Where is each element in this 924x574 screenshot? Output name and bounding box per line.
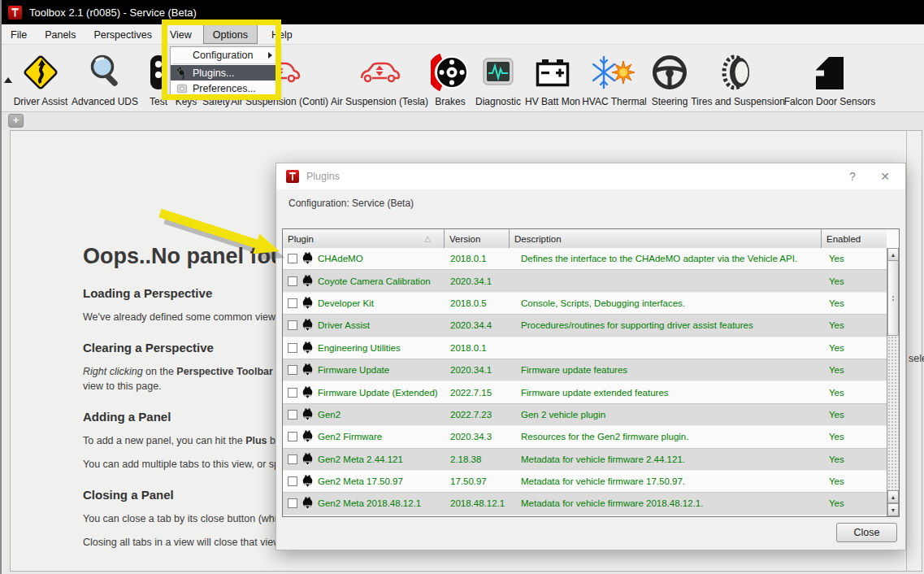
plugin-icon — [301, 453, 314, 466]
menu-bar: File Panels Perspectives View Options He… — [2, 24, 924, 45]
sort-ascending-icon: △ — [424, 234, 431, 243]
perspective-toolbar: + — [2, 112, 924, 130]
dialog-title-bar[interactable]: Plugins — [276, 163, 905, 189]
plugin-enabled: Yes — [822, 293, 887, 314]
plugin-enabled: Yes — [822, 493, 887, 514]
plugin-name: Developer Kit — [318, 298, 374, 308]
table-row[interactable]: Gen2 Firmware 2020.34.3 Resources for th… — [283, 426, 887, 448]
plugin-description — [510, 270, 822, 291]
plugin-enabled: Yes — [822, 471, 887, 492]
panel-splitter[interactable] — [906, 130, 907, 572]
scrollbar-track[interactable] — [887, 336, 899, 490]
plugin-description: Resources for the Gen2 firmware plugin. — [510, 426, 822, 447]
plugin-icon — [301, 319, 314, 332]
dialog-title: Plugins — [306, 171, 340, 182]
table-row[interactable]: Driver Assist 2020.34.4 Procedures/routi… — [283, 315, 887, 337]
toolbar-falcon-door-sensors[interactable]: Falcon Door Sensors — [773, 51, 887, 108]
plugin-enabled: Yes — [822, 381, 887, 402]
plugin-enabled: Yes — [822, 337, 887, 359]
plugin-version: 2.18.38 — [445, 449, 510, 470]
plugin-description: Firmware update features — [510, 359, 822, 380]
plugin-checkbox[interactable] — [288, 454, 297, 464]
scroll-down-button[interactable]: ▼ — [887, 503, 899, 516]
menu-perspectives[interactable]: Perspectives — [85, 24, 161, 44]
dialog-close-button[interactable]: ✕ — [878, 170, 892, 185]
table-row[interactable]: CHAdeMO 2018.0.1 Defines the interface t… — [283, 248, 887, 270]
plugin-checkbox[interactable] — [288, 343, 297, 353]
plugin-icon — [301, 341, 314, 354]
dialog-help-button[interactable]: ? — [845, 170, 860, 185]
column-header-description[interactable]: Description — [510, 229, 822, 248]
text: To add a new panel, you can hit the — [83, 435, 245, 446]
column-header-plugin[interactable]: Plugin △ — [283, 229, 445, 248]
plugin-version: 2018.0.1 — [445, 337, 510, 359]
table-row[interactable]: Gen2 Meta 17.50.97 17.50.97 Metadata for… — [283, 471, 887, 493]
plugin-name: Engineering Utilities — [318, 343, 401, 353]
table-row[interactable]: Engineering Utilities 2018.0.1 Yes — [283, 337, 887, 359]
plugin-checkbox[interactable] — [288, 432, 297, 441]
table-row[interactable]: Gen2 Meta 2.44.121 2.18.38 Metadata for … — [283, 449, 887, 471]
scrollbar-thumb[interactable] — [887, 261, 899, 336]
add-panel-button[interactable]: + — [8, 114, 24, 128]
close-button[interactable]: Close — [836, 523, 897, 542]
text-bold: Plus — [245, 435, 267, 446]
plugin-checkbox[interactable] — [288, 388, 297, 398]
table-row[interactable]: Firmware Update (Extended) 2022.7.15 Fir… — [283, 381, 887, 403]
plugin-checkbox[interactable] — [288, 298, 297, 308]
plugin-description: Firmware update extended features — [510, 381, 822, 402]
plugin-icon — [301, 297, 314, 310]
plugin-version: 2018.48.12.1 — [445, 493, 510, 514]
plugin-version: 2022.7.23 — [445, 404, 510, 425]
plugin-enabled: Yes — [822, 359, 887, 380]
plugin-checkbox[interactable] — [288, 365, 297, 375]
plugin-version: 2018.0.1 — [445, 248, 510, 269]
plugin-enabled: Yes — [822, 449, 887, 470]
menu-panels[interactable]: Panels — [36, 24, 85, 44]
plugin-name: Coyote Camera Calibration — [318, 276, 431, 286]
table-scrollbar: ▲ ▲ ▼ — [887, 248, 899, 516]
plugin-enabled: Yes — [822, 315, 887, 336]
car-door-icon — [773, 51, 887, 93]
configuration-label: Configuration: Service (Beta) — [288, 198, 414, 209]
plugin-name: Gen2 Meta 2.44.121 — [318, 454, 403, 464]
annotation-highlight-box — [162, 20, 281, 100]
plugin-checkbox[interactable] — [288, 498, 297, 508]
plugin-version: 2020.34.1 — [445, 270, 510, 291]
plugin-icon — [301, 386, 314, 399]
plugin-checkbox[interactable] — [288, 476, 297, 486]
column-header-enabled[interactable]: Enabled — [822, 229, 887, 248]
title-bar[interactable]: Toolbox 2.1 (r0085) - Service (Beta) — [2, 0, 924, 24]
column-label: Version — [449, 234, 480, 244]
plugin-table: Plugin △ Version Description Enabled CHA… — [282, 228, 900, 517]
plugin-description — [510, 337, 822, 359]
plugin-icon — [301, 363, 314, 376]
plugin-enabled: Yes — [822, 404, 887, 425]
text: on the — [143, 366, 177, 377]
scroll-up-button-bottom[interactable]: ▲ — [887, 490, 899, 503]
text-italic: Right clicking — [83, 366, 143, 377]
plugin-version: 2020.34.3 — [445, 426, 510, 447]
table-row[interactable]: Gen2 Meta 2018.48.12.1 2018.48.12.1 Meta… — [283, 493, 887, 515]
plugin-checkbox[interactable] — [288, 276, 297, 286]
table-row[interactable]: Developer Kit 2018.0.5 Console, Scripts,… — [283, 293, 887, 315]
plugin-description: Defines the interface to the CHAdeMO ada… — [510, 248, 822, 269]
table-row[interactable]: Coyote Camera Calibration 2020.34.1 Yes — [283, 270, 887, 292]
table-row[interactable]: Firmware Update 2020.34.1 Firmware updat… — [283, 359, 887, 381]
toolbar: Driver Assist Advanced UDS Test Keys Saf… — [2, 45, 924, 112]
plugin-checkbox[interactable] — [288, 410, 297, 420]
column-label: Description — [514, 234, 562, 244]
column-header-version[interactable]: Version — [445, 229, 510, 248]
menu-file[interactable]: File — [2, 24, 36, 44]
window-title: Toolbox 2.1 (r0085) - Service (Beta) — [29, 7, 197, 19]
plugin-name: Firmware Update — [318, 365, 389, 375]
table-row[interactable]: Gen2 2022.7.23 Gen 2 vehicle plugin Yes — [283, 404, 887, 426]
plugin-version: 2018.0.5 — [445, 293, 510, 314]
plugin-checkbox[interactable] — [288, 320, 297, 330]
tesla-logo-icon — [286, 170, 299, 183]
scroll-up-button[interactable]: ▲ — [887, 248, 899, 261]
plugin-table-header: Plugin △ Version Description Enabled — [283, 229, 899, 248]
plugin-version: 17.50.97 — [445, 471, 510, 492]
plugin-icon — [301, 475, 314, 488]
plugin-name: Firmware Update (Extended) — [318, 388, 438, 398]
annotation-arrow — [152, 205, 290, 262]
